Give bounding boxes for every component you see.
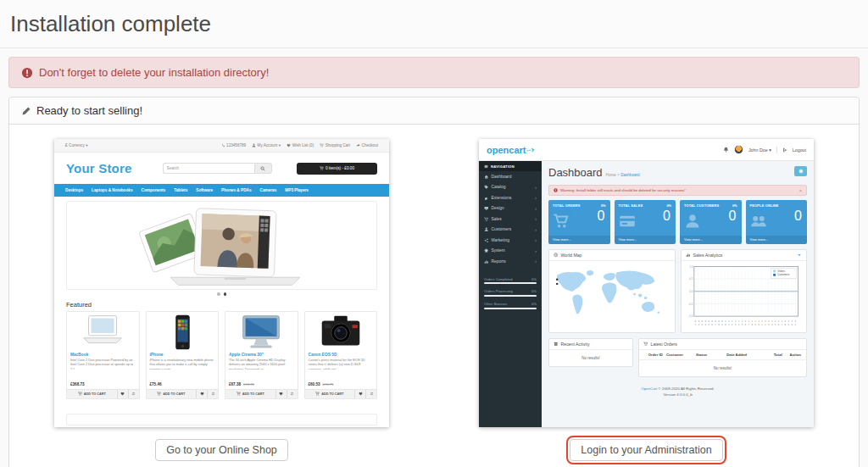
- logout-link: Logout: [793, 147, 806, 153]
- puzzle-icon: [484, 196, 489, 201]
- store-logo: Your Store: [66, 161, 132, 175]
- cart-icon: [484, 217, 489, 222]
- heart-icon: [359, 392, 363, 396]
- cart-icon: [320, 143, 324, 147]
- compare-icon: [211, 392, 215, 396]
- login-to-administration-button[interactable]: Login to your Administration: [570, 439, 722, 461]
- phone-icon: [221, 143, 225, 147]
- progress-label: Orders Completed: [484, 277, 512, 281]
- product-actions: ADD TO CART: [225, 389, 298, 398]
- svg-text:123456789012345678901234567890: 1234567890123456789012345678901: [695, 323, 798, 326]
- brand-carousel-strip: [66, 414, 377, 425]
- storefront-navbar: Desktops Laptops & Notebooks Components …: [54, 184, 389, 197]
- featured-heading: Featured: [66, 301, 389, 309]
- nav-item: Software: [196, 188, 213, 192]
- shopping-cart-link: Shopping Cart: [320, 143, 350, 147]
- admin-content: Dashboard Home > Dashboard Warning: Inst…: [542, 161, 814, 427]
- carousel-dots: [54, 292, 389, 296]
- chevron-right-icon: ›: [535, 216, 537, 221]
- chevron-right-icon: ›: [535, 237, 537, 242]
- product-description: The 30-inch Apple Cinema HD Display deli…: [225, 357, 298, 370]
- tile-value: 0: [663, 208, 670, 224]
- cart-icon: [78, 392, 82, 396]
- product-description: Canon's press material for the EOS 5D st…: [305, 357, 377, 370]
- tile-value: 0: [794, 208, 802, 224]
- globe-icon: [554, 253, 559, 258]
- map-marker: [556, 279, 558, 281]
- sales-analytics-chart: 1.0 0.5 0.0 -0.5 -1.0 000000000111111111…: [683, 263, 804, 331]
- user-menu: John Doe ▾: [748, 147, 771, 153]
- wishlist-button: [196, 390, 207, 398]
- monitor-icon: [484, 206, 489, 211]
- cart-icon: [553, 213, 570, 230]
- view-more-link: View more...: [680, 236, 742, 244]
- product-card-iphone: iPhone iPhone is a revolutionary new mob…: [146, 311, 220, 399]
- apple-cinema-product-image: [235, 313, 287, 352]
- gear-icon: [798, 169, 804, 174]
- currency-symbol: £: [65, 143, 68, 147]
- wishlist-button: [117, 390, 128, 398]
- storefront-column: £ Currency ▾ 123456789 My Account: [9, 139, 434, 461]
- currency-dropdown: £ Currency ▾: [65, 143, 88, 147]
- iphone-product-image: [156, 313, 209, 352]
- svg-text:Customers: Customers: [777, 273, 790, 276]
- nav-item: Tablets: [174, 188, 187, 192]
- ready-panel: Ready to start selling! £ Currency ▾: [8, 97, 860, 467]
- my-account-link: My Account ▾: [252, 143, 281, 147]
- admin-column: opencart John Doe ▾ Logout: [434, 139, 859, 461]
- compare-button: [365, 390, 376, 398]
- caret-down-icon: ▾: [86, 143, 87, 147]
- exclamation-circle-icon: [554, 188, 558, 192]
- svg-text:1.0: 1.0: [689, 265, 693, 269]
- divider: [776, 147, 777, 153]
- sidebar-item-reports: Reports›: [479, 256, 542, 267]
- view-more-link: View more...: [615, 236, 676, 244]
- compare-button: [128, 390, 139, 398]
- bell-icon: [723, 147, 729, 153]
- no-results-text: No results!: [639, 360, 806, 376]
- nav-item: MP3 Players: [285, 188, 309, 192]
- progress-value: 0%: [531, 289, 537, 293]
- sidebar-item-sales: Sales›: [479, 214, 542, 225]
- product-description: iPhone is a revolutionary new mobile pho…: [147, 357, 219, 370]
- product-card-canon-eos: Canon EOS 5D Canon's press material for …: [304, 311, 378, 399]
- sales-analytics-panel: Sales Analytics: [681, 249, 807, 333]
- sidebar-item-customers: Customers›: [479, 225, 542, 236]
- tile-total-orders: TOTAL ORDERS0% 0 View more...: [548, 200, 610, 244]
- featured-products: MacBook Intel Core 2 Duo processor Power…: [54, 311, 389, 399]
- product-price: £67.38: [229, 382, 241, 386]
- product-card-apple-cinema: Apple Cinema 30" The 30-inch Apple Cinem…: [225, 311, 298, 399]
- install-folder-warning: Warning: Install folder still exists and…: [548, 185, 807, 196]
- latest-orders-panel: Latest Orders Order ID Customer Status D…: [638, 338, 807, 377]
- recent-activity-panel: Recent Activity No results!: [548, 338, 633, 367]
- pencil-icon: [21, 106, 31, 116]
- compare-icon: [370, 392, 374, 396]
- admin-preview-screenshot: opencart John Doe ▾ Logout: [479, 139, 814, 427]
- progress-value: 0%: [531, 302, 537, 306]
- storefront-preview-screenshot: £ Currency ▾ 123456789 My Account: [54, 139, 389, 427]
- caret-down-icon: ▾: [769, 147, 771, 153]
- opencart-logo: opencart: [487, 145, 537, 155]
- canon-camera-product-image: [314, 313, 367, 352]
- go-to-shop-button[interactable]: Go to your Online Shop: [155, 439, 288, 461]
- chevron-right-icon: ›: [535, 195, 537, 200]
- wishlist-button: [354, 390, 365, 398]
- macbook-product-image: [76, 313, 129, 352]
- nav-item: Desktops: [65, 188, 83, 192]
- compare-button: [287, 390, 298, 398]
- alert-text: Don't forget to delete your installation…: [39, 66, 269, 79]
- users-icon: [750, 213, 767, 230]
- product-price: £368.73: [70, 382, 85, 386]
- share-nodes-icon: [484, 238, 489, 243]
- user-icon: [252, 143, 256, 147]
- share-icon: [356, 143, 360, 147]
- page-header: Installation complete: [0, 0, 868, 48]
- nav-item: Cameras: [260, 188, 277, 192]
- cart-icon: [236, 392, 241, 396]
- page-title: Installation complete: [10, 11, 858, 37]
- phone-link: 123456789: [221, 143, 247, 147]
- chevron-right-icon: ›: [535, 259, 537, 264]
- sidebar-item-system: System›: [479, 246, 542, 257]
- ready-panel-heading: Ready to start selling!: [9, 97, 859, 125]
- exclamation-circle-icon: [21, 67, 33, 79]
